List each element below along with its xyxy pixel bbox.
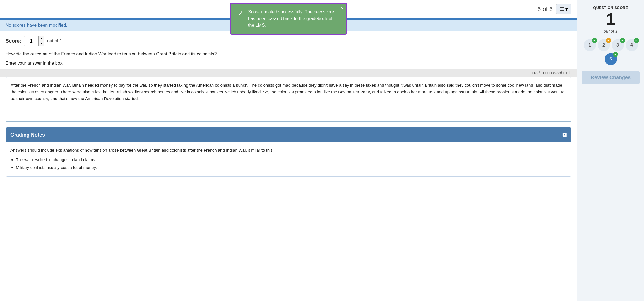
question-text: How did the outcome of the French and In… [0,48,577,60]
score-out-of: out of 1 [47,38,62,43]
bubble-label: 1 [588,43,591,48]
list-item: Military conflicts usually cost a lot of… [16,164,567,171]
answer-instruction: Enter your answer in the box. [0,60,577,69]
score-decrement-button[interactable]: ▼ [39,41,44,46]
score-stepper: ▲ ▼ [38,36,44,46]
question-score-outof: out of 1 [604,29,617,33]
question-bubbles: 1 ✓ 2 ✓ 3 ✓ 4 ✓ 5 ✓ [582,39,640,65]
list-menu-button[interactable]: ☰ ▾ [556,4,571,14]
toast-check-icon: ✓ [237,9,244,18]
pagination-label: 5 of 5 [537,6,553,13]
question-score-label: QUESTION SCORE [593,6,628,10]
grading-notes-title: Grading Notes [10,132,45,138]
right-sidebar: QUESTION SCORE 1 out of 1 1 ✓ 2 ✓ 3 ✓ 4 … [577,0,644,301]
answer-box[interactable]: After the French and Indian War, Britain… [6,77,571,122]
bubble-badge-4: ✓ [634,38,639,43]
bubble-label: 5 [609,57,612,62]
list-item: The war resulted in changes in land clai… [16,156,567,163]
score-input[interactable] [24,36,38,46]
copy-icon[interactable]: ⧉ [562,131,567,139]
question-bubble-2[interactable]: 2 ✓ [598,39,610,51]
toast-overlay: ✓ Score updated successfully! The new sc… [230,3,347,35]
chevron-down-icon: ▾ [565,6,568,12]
question-bubble-4[interactable]: 4 ✓ [626,39,638,51]
bubble-badge-2: ✓ [606,38,611,43]
list-icon: ☰ [560,6,564,12]
score-label: Score: [6,38,21,44]
review-changes-button[interactable]: Review Changes [582,71,640,84]
word-limit-bar: 118 / 10000 Word Limit [0,69,577,77]
question-score-value: 1 [606,11,615,28]
grading-notes-intro: Answers should include explanations of h… [10,147,567,154]
main-content: ✓ Score updated successfully! The new sc… [0,0,577,301]
info-bar-text: No scores have been modified. [6,23,67,28]
toast-message: Score updated successfully! The new scor… [248,9,336,29]
question-bubble-1[interactable]: 1 ✓ [584,39,596,51]
bubble-badge-5: ✓ [613,52,618,57]
bubble-label: 2 [602,43,605,48]
top-bar: ✓ Score updated successfully! The new sc… [0,0,577,20]
bubble-badge-3: ✓ [620,38,625,43]
bubble-badge-1: ✓ [592,38,597,43]
score-input-wrapper: ▲ ▼ [24,36,44,46]
question-bubble-5[interactable]: 5 ✓ [605,53,617,65]
grading-notes-header: Grading Notes ⧉ [6,127,571,142]
grading-notes-list: The war resulted in changes in land clai… [16,156,567,171]
score-increment-button[interactable]: ▲ [39,36,44,41]
bubble-label: 3 [616,43,619,48]
grading-notes-body: Answers should include explanations of h… [6,142,571,176]
bubble-label: 4 [630,43,633,48]
grading-notes: Grading Notes ⧉ Answers should include e… [6,127,571,177]
question-bubble-3[interactable]: 3 ✓ [612,39,624,51]
toast: ✓ Score updated successfully! The new sc… [230,3,347,35]
toast-close-button[interactable]: × [341,6,343,11]
